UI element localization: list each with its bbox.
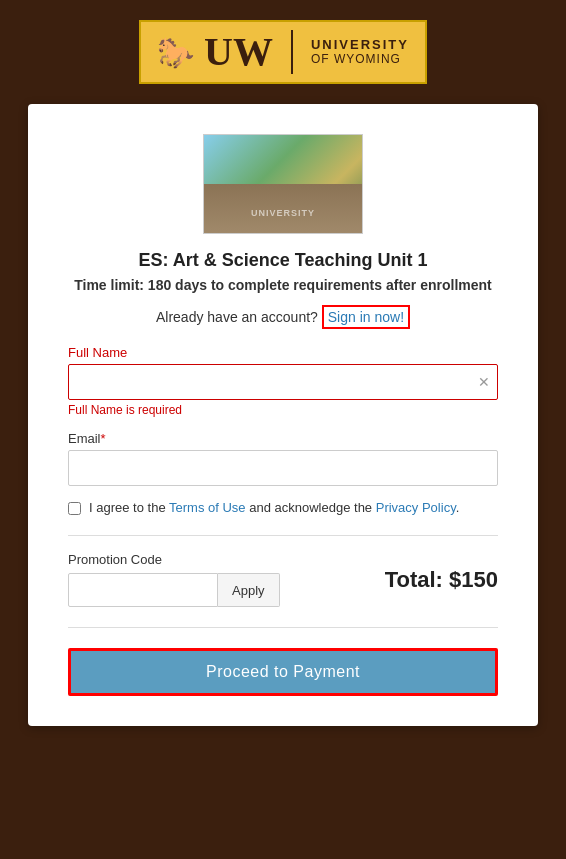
logo-divider <box>291 30 293 74</box>
total-amount: Total: $150 <box>385 567 498 593</box>
university-label: University <box>311 38 409 52</box>
full-name-label: Full Name <box>68 345 498 360</box>
uw-logo: 🐎 UW University of Wyoming <box>139 20 427 84</box>
privacy-link[interactable]: Privacy Policy <box>376 500 456 515</box>
promo-section: Promotion Code Apply <box>68 552 280 607</box>
promo-total-row: Promotion Code Apply Total: $150 <box>68 552 498 607</box>
middle-divider <box>68 535 498 536</box>
full-name-error: Full Name is required <box>68 403 498 417</box>
course-subtitle: Time limit: 180 days to complete require… <box>68 277 498 293</box>
promo-input[interactable] <box>68 573 218 607</box>
terms-text-mid: and acknowledge the <box>249 500 372 515</box>
email-label: Email* <box>68 431 498 446</box>
terms-checkbox[interactable] <box>68 502 81 515</box>
course-title: ES: Art & Science Teaching Unit 1 <box>68 250 498 271</box>
email-input-wrapper <box>68 450 498 486</box>
full-name-input-wrapper: ✕ <box>68 364 498 400</box>
wyoming-label: of Wyoming <box>311 53 409 66</box>
page-header: 🐎 UW University of Wyoming <box>139 20 427 84</box>
signin-link[interactable]: Sign in now! <box>322 305 410 329</box>
full-name-input[interactable] <box>68 364 498 400</box>
uw-letters: UW <box>204 32 273 72</box>
full-name-field-group: Full Name ✕ Full Name is required <box>68 345 498 417</box>
bottom-divider <box>68 627 498 628</box>
logo-text: University of Wyoming <box>311 38 409 65</box>
email-field-group: Email* <box>68 431 498 486</box>
signin-prompt: Already have an account? <box>156 309 318 325</box>
promo-label: Promotion Code <box>68 552 280 567</box>
email-input[interactable] <box>68 450 498 486</box>
signin-row: Already have an account? Sign in now! <box>68 309 498 325</box>
terms-link[interactable]: Terms of Use <box>169 500 246 515</box>
course-image-wrapper <box>68 134 498 234</box>
horse-icon: 🐎 <box>157 35 194 70</box>
full-name-clear-button[interactable]: ✕ <box>478 374 490 390</box>
terms-text-before: I agree to the <box>89 500 166 515</box>
promo-input-row: Apply <box>68 573 280 607</box>
terms-row: I agree to the Terms of Use and acknowle… <box>68 500 498 515</box>
course-image <box>203 134 363 234</box>
proceed-to-payment-button[interactable]: Proceed to Payment <box>68 648 498 696</box>
main-card: ES: Art & Science Teaching Unit 1 Time l… <box>28 104 538 726</box>
apply-button[interactable]: Apply <box>218 573 280 607</box>
